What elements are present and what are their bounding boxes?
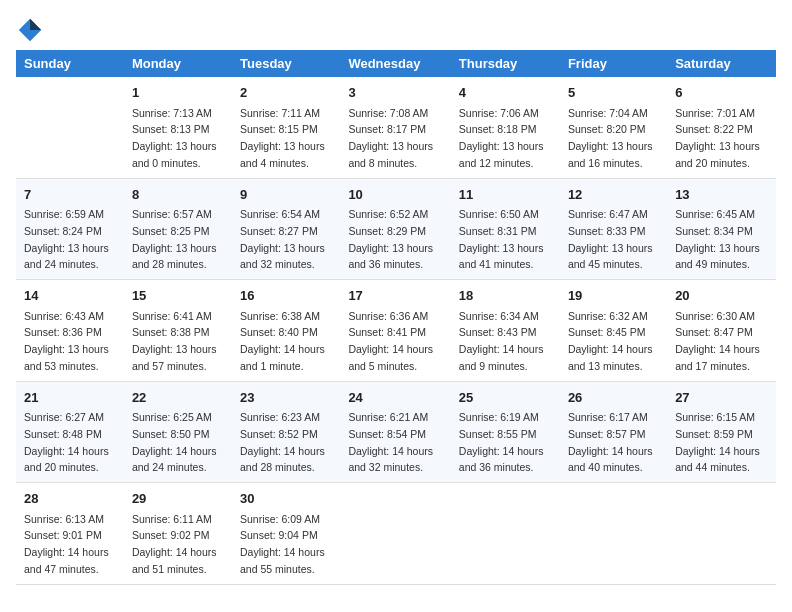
day-number: 18: [459, 286, 552, 306]
calendar-week-row: 28Sunrise: 6:13 AM Sunset: 9:01 PM Dayli…: [16, 483, 776, 585]
calendar-cell: 22Sunrise: 6:25 AM Sunset: 8:50 PM Dayli…: [124, 381, 232, 483]
day-number: 9: [240, 185, 332, 205]
calendar-cell: [560, 483, 667, 585]
day-number: 30: [240, 489, 332, 509]
cell-info: Sunrise: 6:09 AM Sunset: 9:04 PM Dayligh…: [240, 513, 325, 575]
calendar-cell: 29Sunrise: 6:11 AM Sunset: 9:02 PM Dayli…: [124, 483, 232, 585]
calendar-cell: [667, 483, 776, 585]
cell-info: Sunrise: 7:13 AM Sunset: 8:13 PM Dayligh…: [132, 107, 217, 169]
calendar-cell: 13Sunrise: 6:45 AM Sunset: 8:34 PM Dayli…: [667, 178, 776, 280]
calendar-cell: 15Sunrise: 6:41 AM Sunset: 8:38 PM Dayli…: [124, 280, 232, 382]
header-day: Monday: [124, 50, 232, 77]
cell-info: Sunrise: 6:25 AM Sunset: 8:50 PM Dayligh…: [132, 411, 217, 473]
header-day: Tuesday: [232, 50, 340, 77]
calendar-cell: 8Sunrise: 6:57 AM Sunset: 8:25 PM Daylig…: [124, 178, 232, 280]
header-day: Friday: [560, 50, 667, 77]
cell-info: Sunrise: 6:57 AM Sunset: 8:25 PM Dayligh…: [132, 208, 217, 270]
calendar-cell: 9Sunrise: 6:54 AM Sunset: 8:27 PM Daylig…: [232, 178, 340, 280]
day-number: 1: [132, 83, 224, 103]
calendar-cell: 3Sunrise: 7:08 AM Sunset: 8:17 PM Daylig…: [340, 77, 450, 178]
calendar-cell: [16, 77, 124, 178]
header-row: SundayMondayTuesdayWednesdayThursdayFrid…: [16, 50, 776, 77]
calendar-cell: 2Sunrise: 7:11 AM Sunset: 8:15 PM Daylig…: [232, 77, 340, 178]
day-number: 6: [675, 83, 768, 103]
calendar-cell: 19Sunrise: 6:32 AM Sunset: 8:45 PM Dayli…: [560, 280, 667, 382]
cell-info: Sunrise: 7:04 AM Sunset: 8:20 PM Dayligh…: [568, 107, 653, 169]
cell-info: Sunrise: 6:32 AM Sunset: 8:45 PM Dayligh…: [568, 310, 653, 372]
calendar-cell: 28Sunrise: 6:13 AM Sunset: 9:01 PM Dayli…: [16, 483, 124, 585]
calendar-cell: 5Sunrise: 7:04 AM Sunset: 8:20 PM Daylig…: [560, 77, 667, 178]
calendar-cell: [451, 483, 560, 585]
day-number: 19: [568, 286, 659, 306]
day-number: 2: [240, 83, 332, 103]
calendar-cell: 1Sunrise: 7:13 AM Sunset: 8:13 PM Daylig…: [124, 77, 232, 178]
cell-info: Sunrise: 6:11 AM Sunset: 9:02 PM Dayligh…: [132, 513, 217, 575]
logo: [16, 16, 46, 44]
cell-info: Sunrise: 6:52 AM Sunset: 8:29 PM Dayligh…: [348, 208, 433, 270]
calendar-week-row: 7Sunrise: 6:59 AM Sunset: 8:24 PM Daylig…: [16, 178, 776, 280]
day-number: 10: [348, 185, 442, 205]
day-number: 12: [568, 185, 659, 205]
cell-info: Sunrise: 6:50 AM Sunset: 8:31 PM Dayligh…: [459, 208, 544, 270]
day-number: 16: [240, 286, 332, 306]
cell-info: Sunrise: 7:08 AM Sunset: 8:17 PM Dayligh…: [348, 107, 433, 169]
cell-info: Sunrise: 6:15 AM Sunset: 8:59 PM Dayligh…: [675, 411, 760, 473]
calendar-cell: 24Sunrise: 6:21 AM Sunset: 8:54 PM Dayli…: [340, 381, 450, 483]
calendar-header: SundayMondayTuesdayWednesdayThursdayFrid…: [16, 50, 776, 77]
day-number: 21: [24, 388, 116, 408]
day-number: 22: [132, 388, 224, 408]
cell-info: Sunrise: 6:41 AM Sunset: 8:38 PM Dayligh…: [132, 310, 217, 372]
cell-info: Sunrise: 6:43 AM Sunset: 8:36 PM Dayligh…: [24, 310, 109, 372]
day-number: 25: [459, 388, 552, 408]
cell-info: Sunrise: 6:54 AM Sunset: 8:27 PM Dayligh…: [240, 208, 325, 270]
calendar-cell: 26Sunrise: 6:17 AM Sunset: 8:57 PM Dayli…: [560, 381, 667, 483]
calendar-week-row: 14Sunrise: 6:43 AM Sunset: 8:36 PM Dayli…: [16, 280, 776, 382]
day-number: 27: [675, 388, 768, 408]
header-day: Thursday: [451, 50, 560, 77]
calendar-cell: 10Sunrise: 6:52 AM Sunset: 8:29 PM Dayli…: [340, 178, 450, 280]
day-number: 4: [459, 83, 552, 103]
calendar-cell: 25Sunrise: 6:19 AM Sunset: 8:55 PM Dayli…: [451, 381, 560, 483]
cell-info: Sunrise: 6:19 AM Sunset: 8:55 PM Dayligh…: [459, 411, 544, 473]
calendar-cell: 14Sunrise: 6:43 AM Sunset: 8:36 PM Dayli…: [16, 280, 124, 382]
calendar-cell: 30Sunrise: 6:09 AM Sunset: 9:04 PM Dayli…: [232, 483, 340, 585]
cell-info: Sunrise: 6:59 AM Sunset: 8:24 PM Dayligh…: [24, 208, 109, 270]
calendar-cell: 21Sunrise: 6:27 AM Sunset: 8:48 PM Dayli…: [16, 381, 124, 483]
cell-info: Sunrise: 6:34 AM Sunset: 8:43 PM Dayligh…: [459, 310, 544, 372]
day-number: 5: [568, 83, 659, 103]
cell-info: Sunrise: 7:06 AM Sunset: 8:18 PM Dayligh…: [459, 107, 544, 169]
page-header: [16, 16, 776, 44]
calendar-cell: 17Sunrise: 6:36 AM Sunset: 8:41 PM Dayli…: [340, 280, 450, 382]
cell-info: Sunrise: 6:21 AM Sunset: 8:54 PM Dayligh…: [348, 411, 433, 473]
calendar-cell: 18Sunrise: 6:34 AM Sunset: 8:43 PM Dayli…: [451, 280, 560, 382]
day-number: 14: [24, 286, 116, 306]
cell-info: Sunrise: 6:30 AM Sunset: 8:47 PM Dayligh…: [675, 310, 760, 372]
day-number: 23: [240, 388, 332, 408]
calendar-cell: 4Sunrise: 7:06 AM Sunset: 8:18 PM Daylig…: [451, 77, 560, 178]
calendar-cell: 16Sunrise: 6:38 AM Sunset: 8:40 PM Dayli…: [232, 280, 340, 382]
day-number: 8: [132, 185, 224, 205]
header-day: Sunday: [16, 50, 124, 77]
cell-info: Sunrise: 6:47 AM Sunset: 8:33 PM Dayligh…: [568, 208, 653, 270]
cell-info: Sunrise: 6:23 AM Sunset: 8:52 PM Dayligh…: [240, 411, 325, 473]
cell-info: Sunrise: 7:01 AM Sunset: 8:22 PM Dayligh…: [675, 107, 760, 169]
cell-info: Sunrise: 6:38 AM Sunset: 8:40 PM Dayligh…: [240, 310, 325, 372]
calendar-cell: 20Sunrise: 6:30 AM Sunset: 8:47 PM Dayli…: [667, 280, 776, 382]
calendar-cell: 11Sunrise: 6:50 AM Sunset: 8:31 PM Dayli…: [451, 178, 560, 280]
calendar-table: SundayMondayTuesdayWednesdayThursdayFrid…: [16, 50, 776, 585]
cell-info: Sunrise: 6:45 AM Sunset: 8:34 PM Dayligh…: [675, 208, 760, 270]
header-day: Wednesday: [340, 50, 450, 77]
day-number: 3: [348, 83, 442, 103]
logo-icon: [16, 16, 44, 44]
day-number: 26: [568, 388, 659, 408]
calendar-body: 1Sunrise: 7:13 AM Sunset: 8:13 PM Daylig…: [16, 77, 776, 584]
day-number: 20: [675, 286, 768, 306]
svg-marker-1: [30, 19, 41, 30]
header-day: Saturday: [667, 50, 776, 77]
calendar-week-row: 1Sunrise: 7:13 AM Sunset: 8:13 PM Daylig…: [16, 77, 776, 178]
calendar-cell: 23Sunrise: 6:23 AM Sunset: 8:52 PM Dayli…: [232, 381, 340, 483]
calendar-cell: 12Sunrise: 6:47 AM Sunset: 8:33 PM Dayli…: [560, 178, 667, 280]
day-number: 13: [675, 185, 768, 205]
day-number: 17: [348, 286, 442, 306]
day-number: 29: [132, 489, 224, 509]
